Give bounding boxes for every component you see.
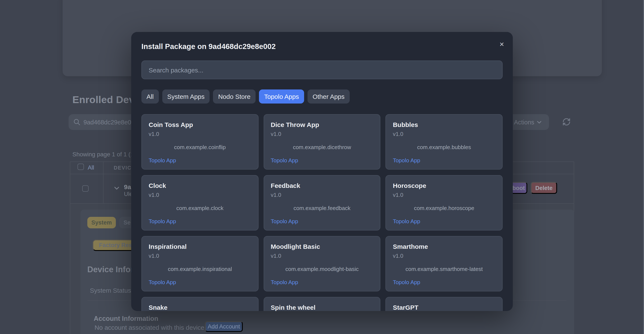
- package-id: com.example.inspirational: [149, 266, 251, 272]
- package-id: com.example.smarthome-latest: [393, 266, 495, 272]
- package-name: Horoscope: [393, 182, 495, 190]
- package-card[interactable]: Horoscope v1.0 com.example.horoscope Top…: [386, 175, 502, 230]
- package-id: com.example.clock: [149, 205, 251, 211]
- package-card[interactable]: Dice Throw App v1.0 com.example.dicethro…: [264, 114, 380, 170]
- filter-topolo-apps[interactable]: Topolo Apps: [259, 90, 304, 104]
- package-version: v1.0: [149, 253, 251, 259]
- package-card[interactable]: Bubbles v1.0 com.example.bubbles Topolo …: [386, 114, 502, 170]
- filter-all[interactable]: All: [142, 90, 159, 104]
- package-card[interactable]: Coin Toss App v1.0 com.example.coinflip …: [142, 114, 258, 170]
- package-id: com.example.bubbles: [393, 144, 495, 150]
- package-tag-link[interactable]: Topolo App: [271, 218, 373, 224]
- package-card[interactable]: Clock v1.0 com.example.clock Topolo App: [142, 175, 258, 230]
- package-tag-link[interactable]: Topolo App: [149, 157, 251, 164]
- package-card[interactable]: StarGPT: [386, 297, 502, 311]
- package-id: com.example.feedback: [271, 205, 373, 211]
- package-name: Coin Toss App: [149, 120, 251, 129]
- package-name: Smarthome: [393, 242, 495, 250]
- filter-other-apps[interactable]: Other Apps: [308, 90, 350, 104]
- modal-title: Install Package on 9ad468dc29e8e002: [142, 42, 502, 51]
- package-version: v1.0: [393, 131, 495, 137]
- install-package-modal: Install Package on 9ad468dc29e8e002 ✕ Al…: [131, 32, 513, 311]
- package-version: v1.0: [149, 131, 251, 137]
- package-tag-link[interactable]: Topolo App: [393, 218, 495, 224]
- package-card[interactable]: Moodlight Basic v1.0 com.example.moodlig…: [264, 236, 380, 292]
- package-card[interactable]: Snake: [142, 297, 258, 311]
- package-name: Dice Throw App: [271, 120, 373, 129]
- package-card[interactable]: Feedback v1.0 com.example.feedback Topol…: [264, 175, 380, 230]
- package-id: com.example.coinflip: [149, 144, 251, 150]
- package-version: v1.0: [149, 192, 251, 198]
- close-icon[interactable]: ✕: [500, 41, 504, 47]
- package-version: v1.0: [393, 253, 495, 259]
- package-tag-link[interactable]: Topolo App: [393, 279, 495, 286]
- package-version: v1.0: [393, 192, 495, 198]
- package-card[interactable]: Inspirational v1.0 com.example.inspirati…: [142, 236, 258, 292]
- device-manager-app: Enrolled Devices Actions Showing page 1 …: [0, 0, 644, 334]
- package-name: Bubbles: [393, 120, 495, 129]
- package-name: Clock: [149, 182, 251, 190]
- package-card[interactable]: Smarthome v1.0 com.example.smarthome-lat…: [386, 236, 502, 292]
- package-name: StarGPT: [393, 303, 495, 311]
- package-version: v1.0: [271, 192, 373, 198]
- package-search-input[interactable]: [142, 60, 502, 79]
- package-tag-link[interactable]: Topolo App: [393, 157, 495, 164]
- package-id: com.example.horoscope: [393, 205, 495, 211]
- package-version: v1.0: [271, 131, 373, 137]
- package-id: com.example.moodlight-basic: [271, 266, 373, 272]
- package-card[interactable]: Spin the wheel: [264, 297, 380, 311]
- package-name: Feedback: [271, 182, 373, 190]
- package-version: v1.0: [271, 253, 373, 259]
- filter-nodo-store[interactable]: Nodo Store: [213, 90, 256, 104]
- package-name: Spin the wheel: [271, 303, 373, 311]
- package-id: com.example.dicethrow: [271, 144, 373, 150]
- package-tag-link[interactable]: Topolo App: [271, 279, 373, 286]
- package-tag-link[interactable]: Topolo App: [271, 157, 373, 164]
- filter-system-apps[interactable]: System Apps: [162, 90, 210, 104]
- package-filter-tabs: All System Apps Nodo Store Topolo Apps O…: [142, 90, 502, 104]
- package-name: Moodlight Basic: [271, 242, 373, 250]
- package-grid: Coin Toss App v1.0 com.example.coinflip …: [142, 114, 502, 311]
- package-tag-link[interactable]: Topolo App: [149, 218, 251, 224]
- package-name: Inspirational: [149, 242, 251, 250]
- package-tag-link[interactable]: Topolo App: [149, 279, 251, 286]
- package-name: Snake: [149, 303, 251, 311]
